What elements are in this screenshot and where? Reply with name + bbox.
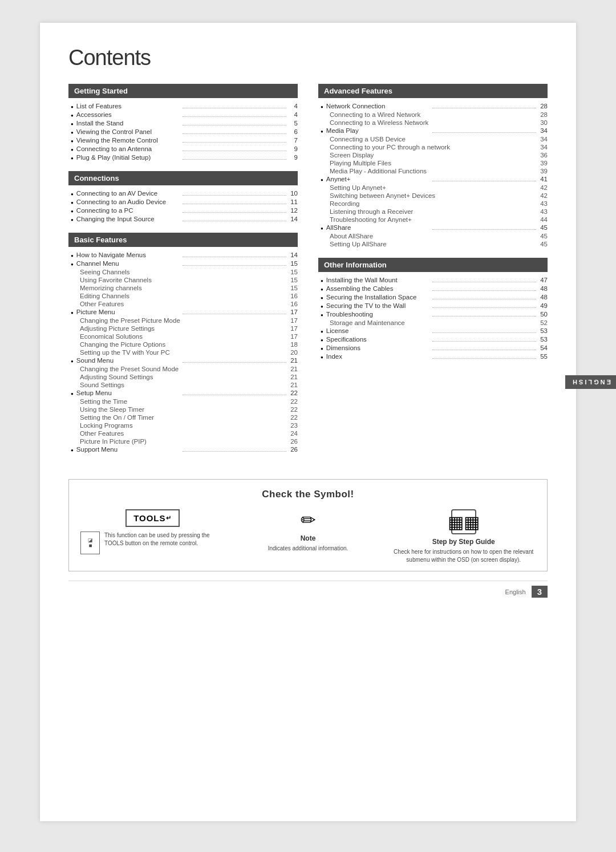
sub-page-number: 30	[534, 119, 548, 126]
sub-item: Using Favorite Channels15	[68, 277, 298, 283]
page-number: 5	[289, 120, 298, 127]
main-item: ●Installing the Wall Mount47	[318, 277, 548, 283]
sub-item: Seeing Channels15	[68, 269, 298, 275]
sub-page-number: 16	[284, 301, 298, 307]
bullet-icon: ●	[71, 147, 74, 152]
symbol-desc: Indicates additional information.	[268, 545, 348, 553]
item-label: List of Features	[76, 103, 180, 109]
dots-leader	[183, 265, 286, 266]
bullet-icon: ●	[71, 192, 74, 197]
main-item: ●AllShare45	[318, 224, 548, 231]
sub-item: Editing Channels16	[68, 293, 298, 299]
dots-leader	[432, 282, 536, 282]
bullet-icon: ●	[71, 217, 74, 222]
bullet-icon: ●	[321, 313, 323, 318]
sub-page-number: 39	[534, 168, 548, 175]
bullet-icon: ●	[321, 287, 323, 292]
sub-item: Switching between Anynet+ Devices42	[318, 192, 548, 199]
sub-item: Setting the Time22	[68, 398, 298, 405]
dots-leader	[432, 358, 536, 359]
item-label: Securing the TV to the Wall	[326, 302, 430, 309]
sub-item-label: Setting the Time	[80, 398, 284, 405]
sub-item: Setting Up Anynet+42	[318, 184, 548, 191]
sub-item-label: Troubleshooting for Anynet+	[330, 216, 534, 223]
page-number: 48	[538, 294, 548, 301]
sub-item-label: Memorizing channels	[80, 285, 284, 291]
page-number: 45	[538, 224, 548, 231]
sub-item-label: Seeing Channels	[80, 269, 284, 275]
main-item: ●List of Features4	[68, 103, 298, 109]
main-item: ●Changing the Input Source14	[68, 216, 298, 222]
page-number: 14	[289, 216, 298, 222]
bullet-icon: ●	[321, 295, 323, 301]
main-item: ●How to Navigate Menus14	[68, 251, 298, 258]
sub-item-label: Adjusting Picture Settings	[80, 325, 284, 332]
section: Connections●Connecting to an AV Device10…	[68, 171, 298, 222]
symbol-item: ✏NoteIndicates additional information.	[236, 509, 380, 553]
sub-item: Economical Solutions17	[68, 333, 298, 340]
sub-item-label: Other Features	[80, 301, 284, 307]
page-number: 26	[289, 446, 298, 453]
dots-leader	[183, 125, 286, 125]
item-label: Assembling the Cables	[326, 285, 430, 292]
sub-item: Changing the Preset Picture Mode17	[68, 317, 298, 324]
symbol-item: TOOLS ↵◪◾This function can be used by pr…	[80, 509, 225, 554]
page-number: 48	[538, 285, 548, 292]
bullet-icon: ●	[71, 200, 74, 205]
dots-leader	[183, 133, 286, 134]
bullet-icon: ●	[71, 121, 74, 127]
bullet-icon: ●	[321, 338, 323, 343]
sub-item: About AllShare45	[318, 233, 548, 240]
sub-item-label: Other Features	[80, 430, 284, 437]
main-item: ●Securing the Installation Space48	[318, 294, 548, 301]
sub-page-number: 17	[284, 317, 298, 324]
side-label: ENGLISH	[565, 375, 616, 389]
dots-leader	[183, 212, 286, 213]
dots-leader	[432, 290, 536, 291]
sub-page-number: 22	[284, 398, 298, 405]
main-columns: Getting Started●List of Features4●Access…	[68, 84, 548, 463]
sub-page-number: 18	[284, 341, 298, 348]
sub-item: Troubleshooting for Anynet+44	[318, 216, 548, 223]
dots-leader	[432, 307, 536, 308]
bullet-icon: ●	[71, 310, 74, 315]
item-label: Network Connection	[326, 103, 430, 109]
section-content: ●Connecting to an AV Device10●Connecting…	[68, 190, 298, 222]
sub-page-number: 15	[284, 277, 298, 283]
symbol-title: Check the Symbol!	[80, 489, 536, 500]
sub-item: Screen Display36	[318, 152, 548, 159]
sub-page-number: 52	[534, 319, 548, 326]
sub-item: Other Features16	[68, 301, 298, 307]
item-label: Dimensions	[326, 344, 430, 351]
section-header: Getting Started	[68, 84, 298, 98]
step-guide-icon: ▦▦	[451, 509, 476, 534]
item-label: License	[326, 327, 430, 334]
dots-leader	[432, 299, 536, 299]
page-number: 6	[289, 128, 298, 135]
sub-item-label: Setting Up Anynet+	[330, 184, 534, 191]
sub-page-number: 45	[534, 241, 548, 248]
section: Other Information●Installing the Wall Mo…	[318, 258, 548, 360]
dots-leader	[183, 159, 286, 160]
page-number: 41	[538, 176, 548, 182]
main-item: ●Support Menu26	[68, 446, 298, 453]
sub-item: Memorizing channels15	[68, 285, 298, 291]
symbol-item: ▦▦Step by Step GuideCheck here for instr…	[391, 509, 536, 564]
sub-page-number: 42	[534, 192, 548, 199]
main-item: ●Media Play34	[318, 127, 548, 134]
dots-leader	[183, 116, 286, 117]
sub-page-number: 23	[284, 422, 298, 429]
main-item: ●Network Connection28	[318, 103, 548, 109]
main-item: ●Plug & Play (Initial Setup)9	[68, 154, 298, 161]
sub-page-number: 24	[284, 430, 298, 437]
sub-item: Adjusting Picture Settings17	[68, 325, 298, 332]
item-label: Picture Menu	[76, 309, 180, 315]
dots-leader	[432, 181, 536, 181]
sub-item-label: Screen Display	[330, 152, 534, 159]
sub-item-label: Connecting to a Wired Network	[330, 111, 534, 118]
sub-item-label: Setting the On / Off Timer	[80, 414, 284, 421]
sub-page-number: 28	[534, 111, 548, 118]
page-number: 28	[538, 103, 548, 109]
bullet-icon: ●	[71, 253, 74, 258]
sub-page-number: 21	[284, 366, 298, 372]
